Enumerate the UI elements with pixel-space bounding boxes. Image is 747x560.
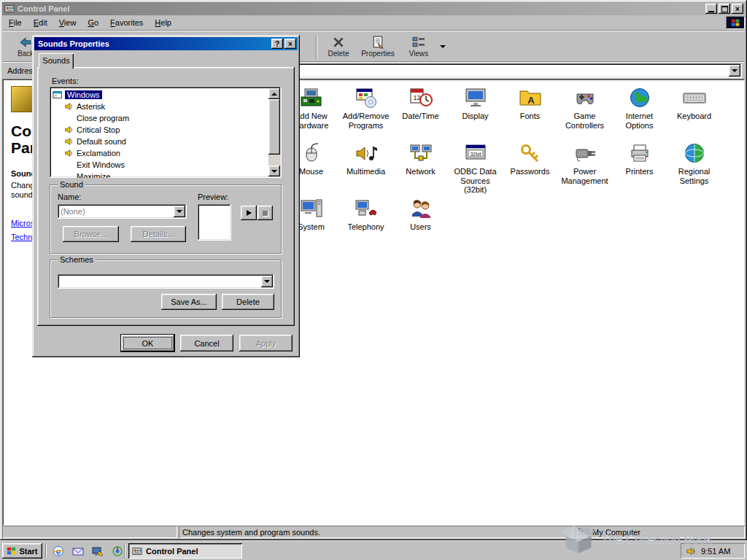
play-icon <box>247 210 252 216</box>
cp-item-label: Telephony <box>347 222 384 232</box>
cp-item-display[interactable]: Display <box>449 86 503 141</box>
cp-item-odbc-data-sources-32bit[interactable]: 32bitODBC Data Sources (32bit) <box>449 141 503 197</box>
event-critical-stop[interactable]: Critical Stop <box>51 124 268 136</box>
play-button[interactable] <box>241 206 257 220</box>
cp-item-keyboard[interactable]: Keyboard <box>667 86 721 141</box>
menu-go[interactable]: Go <box>82 16 104 30</box>
quick-launch-bar: e <box>50 543 125 559</box>
cp-item-users[interactable]: Users <box>394 197 448 252</box>
quicklaunch-channels[interactable] <box>109 543 125 559</box>
schemes-group-label: Schemes <box>58 255 96 264</box>
quicklaunch-show-desktop[interactable] <box>89 543 106 559</box>
address-dropdown-button[interactable] <box>729 65 740 77</box>
delete-icon <box>332 36 345 49</box>
event-exclamation[interactable]: Exclamation <box>51 147 268 159</box>
cp-item-regional-settings[interactable]: Regional Settings <box>667 141 721 197</box>
minimize-button[interactable] <box>705 4 717 14</box>
scroll-down-button[interactable] <box>268 166 280 176</box>
scroll-up-button[interactable] <box>268 88 280 99</box>
event-windows[interactable]: Windows <box>51 89 268 101</box>
stop-icon <box>263 211 268 216</box>
menu-favorites[interactable]: Favorites <box>104 16 149 30</box>
volume-icon[interactable] <box>686 546 696 556</box>
no-sound-icon <box>64 160 74 170</box>
start-button[interactable]: Start <box>2 543 42 559</box>
tab-sounds[interactable]: Sounds <box>39 53 74 69</box>
outlook-express-icon <box>72 545 84 557</box>
cp-item-printers[interactable]: Printers <box>613 141 667 197</box>
dialog-titlebar[interactable]: Sounds Properties ? × <box>34 37 298 50</box>
delete-button[interactable]: Delete <box>321 33 356 60</box>
events-list[interactable]: WindowsAsteriskClose programCritical Sto… <box>50 87 282 178</box>
browse-button[interactable]: Browse... <box>63 226 119 242</box>
events-scrollbar[interactable] <box>268 88 280 176</box>
menu-edit[interactable]: Edit <box>28 16 53 30</box>
dialog-close-button[interactable]: × <box>285 39 296 49</box>
cp-item-label: Game Controllers <box>558 112 612 130</box>
cp-item-multimedia[interactable]: Multimedia <box>339 141 393 197</box>
speaker-icon <box>64 148 74 158</box>
close-button[interactable]: × <box>732 4 743 14</box>
views-dropdown-button[interactable] <box>438 33 447 60</box>
menu-view[interactable]: View <box>53 16 82 30</box>
internet-explorer-icon: e <box>53 545 64 557</box>
scheme-delete-button[interactable]: Delete <box>222 294 274 310</box>
control-panel-icon <box>132 546 142 556</box>
power-management-icon <box>573 141 597 165</box>
schemes-select[interactable] <box>58 274 274 289</box>
cp-item-network[interactable]: Network <box>394 141 448 197</box>
properties-button[interactable]: Properties <box>357 33 398 60</box>
event-default-sound[interactable]: Default sound <box>51 136 268 147</box>
cp-item-telephony[interactable]: Telephony <box>339 197 393 252</box>
users-icon <box>409 197 433 220</box>
channels-icon <box>112 545 123 557</box>
cp-item-internet-options[interactable]: Internet Options <box>613 86 667 141</box>
system-icon <box>300 197 323 220</box>
chevron-down-icon <box>264 280 270 286</box>
cp-item-label: Date/Time <box>402 112 438 121</box>
cp-item-game-controllers[interactable]: Game Controllers <box>558 86 612 141</box>
scrollbar-thumb[interactable] <box>268 99 280 155</box>
sounds-properties-dialog: Sounds Properties ? × Sounds Events: Win… <box>32 35 300 357</box>
cp-item-label: Display <box>462 112 488 121</box>
cp-item-fonts[interactable]: AFonts <box>503 86 557 141</box>
quicklaunch-internet-explorer[interactable]: e <box>50 543 66 559</box>
cp-item-label: Users <box>410 222 431 232</box>
cp-item-label: Add/Remove Programs <box>339 112 393 130</box>
window-titlebar[interactable]: Control Panel × <box>2 2 745 15</box>
cp-item-power-management[interactable]: Power Management <box>558 141 612 197</box>
help-button[interactable]: ? <box>271 39 283 49</box>
no-sound-icon <box>64 113 74 123</box>
event-label: Exit Windows <box>77 160 125 169</box>
quicklaunch-outlook-express[interactable] <box>69 543 86 559</box>
schemes-dropdown-button[interactable] <box>261 276 273 287</box>
views-button[interactable]: Views <box>400 33 437 60</box>
status-left-panel <box>2 526 177 538</box>
menu-bar: FileEditViewGoFavoritesHelp <box>2 15 745 30</box>
menu-help[interactable]: Help <box>149 16 177 30</box>
event-label: Close program <box>77 114 129 122</box>
event-asterisk[interactable]: Asterisk <box>51 101 268 112</box>
chevron-down-icon <box>177 210 182 216</box>
taskbar-control-panel-task[interactable]: Control Panel <box>128 543 242 559</box>
event-close-program[interactable]: Close program <box>51 112 268 124</box>
event-exit-windows[interactable]: Exit Windows <box>51 159 268 171</box>
apply-button[interactable]: Apply <box>239 335 293 351</box>
menu-file[interactable]: File <box>3 16 28 30</box>
cp-item-add-remove-programs[interactable]: Add/Remove Programs <box>339 86 393 141</box>
details-button[interactable]: Details... <box>131 226 186 242</box>
ok-button[interactable]: OK <box>121 335 174 351</box>
printers-icon <box>628 141 651 165</box>
sound-name-select[interactable]: (None) <box>58 204 187 219</box>
maximize-button[interactable] <box>719 4 730 14</box>
cp-item-passwords[interactable]: Passwords <box>503 141 557 197</box>
sound-name-dropdown-button[interactable] <box>174 206 185 217</box>
save-as-button[interactable]: Save As... <box>161 294 217 310</box>
toolbar-button-label: Views <box>409 50 429 58</box>
stop-button[interactable] <box>258 206 273 220</box>
cp-item-date-time[interactable]: 12Date/Time <box>394 86 448 141</box>
windows-logo-icon <box>726 16 745 29</box>
event-maximize[interactable]: Maximize <box>51 171 268 178</box>
tab-page: Events: WindowsAsteriskClose programCrit… <box>37 67 295 326</box>
cancel-button[interactable]: Cancel <box>180 335 233 351</box>
